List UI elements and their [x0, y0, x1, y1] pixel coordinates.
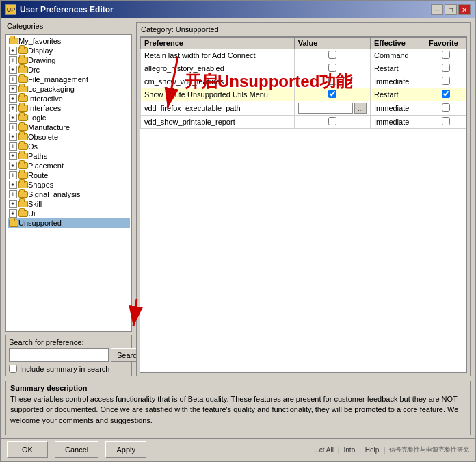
- minimize-button[interactable]: ─: [431, 4, 443, 15]
- expander-icon[interactable]: +: [9, 104, 17, 112]
- pref-value[interactable]: [294, 116, 370, 129]
- tree-item-my-favorites[interactable]: My_favorites: [8, 36, 130, 46]
- favorite-checkbox[interactable]: [442, 117, 450, 125]
- apply-button[interactable]: Apply: [105, 441, 146, 458]
- folder-icon: [18, 162, 28, 169]
- separator: |: [338, 446, 340, 454]
- value-checkbox[interactable]: [328, 64, 336, 72]
- value-checkbox[interactable]: [328, 90, 336, 98]
- tree-item-label: Lc_packaging: [28, 85, 75, 93]
- tree-item-label: Paths: [28, 152, 47, 160]
- expander-icon[interactable]: +: [9, 94, 17, 103]
- value-checkbox[interactable]: [328, 117, 336, 125]
- search-label: Search for preference:: [9, 338, 129, 346]
- value-checkbox[interactable]: [328, 77, 336, 85]
- categories-label: Categories: [5, 22, 132, 30]
- pref-favorite[interactable]: [425, 116, 466, 129]
- tree-item-ui[interactable]: + Ui: [8, 209, 130, 218]
- expander-icon[interactable]: +: [9, 85, 17, 93]
- tree-item-route[interactable]: + Route: [8, 170, 130, 180]
- expander-icon[interactable]: +: [9, 142, 17, 151]
- pref-favorite[interactable]: [425, 62, 466, 75]
- tree-item-interfaces[interactable]: + Interfaces: [8, 103, 130, 113]
- tree-item-paths[interactable]: + Paths: [8, 151, 130, 161]
- expander-icon[interactable]: +: [9, 75, 17, 84]
- expander-icon[interactable]: +: [9, 171, 17, 179]
- content-area: Categories My_favorites + Display + Draw…: [1, 18, 475, 381]
- path-browse-button[interactable]: ...: [354, 103, 367, 114]
- pref-value[interactable]: [294, 75, 370, 88]
- search-row: Search: [9, 348, 129, 362]
- pref-favorite[interactable]: [425, 75, 466, 88]
- tree-item-drc[interactable]: + Drc: [8, 65, 130, 75]
- tree-item-lc-packaging[interactable]: + Lc_packaging: [8, 84, 130, 94]
- pref-value[interactable]: [294, 88, 370, 101]
- maximize-button[interactable]: □: [445, 4, 457, 15]
- value-checkbox[interactable]: [328, 51, 336, 59]
- expander-icon[interactable]: +: [9, 200, 17, 208]
- pref-favorite[interactable]: [425, 88, 466, 101]
- search-input[interactable]: [9, 348, 109, 362]
- expander-icon[interactable]: +: [9, 162, 17, 170]
- preferences-table-box[interactable]: Preference Value Effective Favorite Reta…: [140, 36, 467, 373]
- favorite-checkbox[interactable]: [442, 64, 450, 72]
- folder-icon: [18, 133, 28, 140]
- favorite-checkbox[interactable]: [442, 77, 450, 85]
- tree-item-display[interactable]: + Display: [8, 46, 130, 55]
- favorite-checkbox[interactable]: [442, 90, 450, 98]
- tree-item-os[interactable]: + Os: [8, 142, 130, 151]
- pref-value[interactable]: [294, 49, 370, 62]
- right-panel: Category: Unsupported Preference Value E…: [136, 22, 471, 376]
- categories-box[interactable]: My_favorites + Display + Drawing + Drc: [5, 34, 132, 332]
- pref-favorite[interactable]: [425, 49, 466, 62]
- expander-icon[interactable]: +: [9, 181, 17, 189]
- tree-item-manufacture[interactable]: + Manufacture: [8, 123, 130, 132]
- tree-item-label: My_favorites: [18, 37, 61, 45]
- cancel-button[interactable]: Cancel: [55, 441, 98, 458]
- expander-icon[interactable]: +: [9, 66, 17, 74]
- expander-icon[interactable]: +: [9, 56, 17, 64]
- path-input[interactable]: [298, 103, 353, 114]
- pref-value-path[interactable]: ...: [294, 101, 370, 116]
- expander-icon[interactable]: +: [9, 190, 17, 198]
- tree-item-unsupported[interactable]: Unsupported: [8, 218, 130, 228]
- tree-item-label: Skill: [28, 200, 42, 208]
- expander-icon[interactable]: +: [9, 114, 17, 122]
- tree-item-signal-analysis[interactable]: + Signal_analysis: [8, 190, 130, 199]
- summary-label: Summary description: [10, 384, 466, 392]
- tree-item-label: Drawing: [28, 56, 55, 64]
- expander-icon[interactable]: +: [9, 133, 17, 141]
- pref-effective: Immediate: [371, 116, 425, 129]
- pref-effective: Immediate: [371, 75, 425, 88]
- select-all-label: ...ct All: [313, 446, 333, 454]
- tree-item-drawing[interactable]: + Drawing: [8, 55, 130, 65]
- pref-favorite[interactable]: [425, 101, 466, 116]
- expander-icon[interactable]: +: [9, 152, 17, 160]
- tree-item-logic[interactable]: + Logic: [8, 113, 130, 123]
- tree-item-file-management[interactable]: + File_management: [8, 75, 130, 84]
- tree-item-label: Manufacture: [28, 123, 70, 131]
- tree-item-label: Display: [28, 47, 53, 55]
- tree-item-label: Drc: [28, 66, 40, 74]
- ok-button[interactable]: OK: [7, 441, 48, 458]
- tree-item-label: Logic: [28, 114, 46, 122]
- svg-line-3: [133, 299, 137, 326]
- favorite-checkbox[interactable]: [442, 51, 450, 59]
- pref-name: Retain last width for Add Connect: [141, 49, 295, 62]
- tree-item-placement[interactable]: + Placement: [8, 161, 130, 170]
- close-button[interactable]: ✕: [458, 4, 471, 15]
- pref-value[interactable]: [294, 62, 370, 75]
- tree-item-skill[interactable]: + Skill: [8, 199, 130, 209]
- expander-icon[interactable]: +: [9, 47, 17, 55]
- expander-icon[interactable]: +: [9, 209, 17, 218]
- tree-item-label: Route: [28, 171, 48, 179]
- expander-icon[interactable]: +: [9, 123, 17, 131]
- folder-icon: [18, 191, 28, 198]
- tree-item-shapes[interactable]: + Shapes: [8, 180, 130, 190]
- tree-item-obsolete[interactable]: + Obsolete: [8, 132, 130, 142]
- tree-item-interactive[interactable]: + Interactive: [8, 94, 130, 103]
- tree-item-label: Os: [28, 142, 38, 151]
- include-summary-checkbox[interactable]: [9, 365, 17, 373]
- separator3: |: [383, 446, 385, 454]
- favorite-checkbox[interactable]: [442, 103, 450, 112]
